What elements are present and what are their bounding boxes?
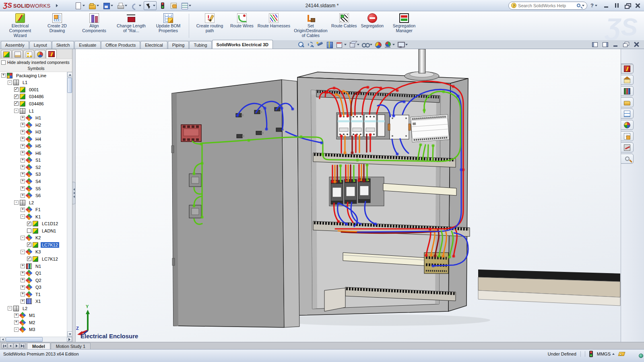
dropdown-icon[interactable] [392, 44, 395, 45]
rebuild-lights-button[interactable] [158, 1, 167, 10]
tree-item-s1[interactable]: + S1 [0, 157, 67, 164]
dropdown-icon[interactable] [125, 5, 127, 6]
tree-item-h3[interactable]: + H3 [0, 128, 67, 136]
tree-expander-icon[interactable]: - [14, 109, 19, 113]
tree-expander-icon[interactable]: - [8, 80, 12, 85]
set-origin-destination-of-cables-button[interactable]: Set Origin/Destination of Cables [292, 12, 329, 39]
panel-properties-tab[interactable] [12, 50, 23, 58]
align-components-button[interactable]: Align Components [76, 12, 113, 39]
tree-item-q1[interactable]: + Q1 [0, 269, 67, 277]
toolbar-overflow-button[interactable] [55, 2, 60, 10]
tree-expander-icon[interactable]: + [21, 278, 25, 282]
hide-inserted-checkbox[interactable] [1, 60, 6, 65]
tree-item-l2[interactable]: - L2 [0, 305, 67, 312]
tree-item-s5[interactable]: + S5 [0, 185, 67, 192]
new-document-button[interactable] [73, 1, 86, 10]
part-tools-button[interactable] [621, 142, 634, 152]
tree-expander-icon[interactable]: + [21, 299, 25, 304]
tree-item-s4[interactable]: + S4 [0, 178, 67, 185]
view-orientation-button[interactable] [336, 41, 347, 48]
next-study-button[interactable] [14, 343, 19, 349]
tree-item-n1[interactable]: + N1 [0, 263, 67, 270]
tree-expander-icon[interactable]: + [21, 271, 25, 276]
file-explorer-button[interactable] [621, 97, 634, 107]
tree-expander-icon[interactable]: + [21, 292, 25, 296]
tree-item-k1[interactable]: - K1 [0, 213, 67, 220]
dropdown-icon[interactable] [370, 44, 372, 45]
print-button[interactable] [116, 1, 128, 10]
route-harnesses-button[interactable]: Route Harnesses [256, 12, 292, 39]
last-study-button[interactable] [20, 343, 25, 349]
apply-scene-button[interactable] [384, 41, 395, 48]
viewport-3d[interactable]: Y Z Electrical Enclosure [76, 49, 621, 342]
tree-expander-icon[interactable]: + [1, 73, 6, 78]
tab-sketch[interactable]: Sketch [52, 41, 74, 49]
tree-expander-icon[interactable]: + [21, 137, 25, 141]
segregation-manager-button[interactable]: Segregation Manager [386, 12, 423, 39]
scrollbar-thumb[interactable] [67, 78, 72, 93]
segregation-button[interactable]: Segregation [359, 12, 386, 39]
tree-expander-icon[interactable]: - [8, 306, 12, 311]
tree-expander-icon[interactable]: + [21, 165, 25, 169]
tree-expander-icon[interactable]: + [21, 285, 25, 290]
electrical-enclosure[interactable] [273, 49, 490, 326]
dropdown-icon[interactable] [189, 5, 191, 6]
tag-icon[interactable] [618, 352, 625, 356]
undo-button[interactable] [130, 1, 142, 10]
tree-item-l2[interactable]: - L2 [0, 199, 67, 206]
search-input[interactable] [518, 3, 575, 8]
panel-collapse-handle[interactable] [72, 182, 76, 204]
tab-evaluate[interactable]: Evaluate [74, 41, 101, 49]
panel-symbols-tab[interactable] [1, 50, 12, 58]
tree-checkbox[interactable] [27, 228, 31, 233]
tree-checkbox[interactable] [27, 257, 31, 261]
tree-expander-icon[interactable]: + [14, 313, 19, 318]
tree-expander-icon[interactable]: - [21, 250, 25, 254]
tree-item-h1[interactable]: + H1 [0, 114, 67, 121]
tree-expander-icon[interactable]: + [21, 144, 25, 148]
tab-piping[interactable]: Piping [168, 41, 189, 49]
tree-item-f1[interactable]: + F1 [0, 206, 67, 213]
dropdown-icon[interactable] [97, 5, 99, 6]
doc-close-button[interactable] [633, 41, 640, 47]
properties-button[interactable] [169, 1, 178, 10]
update-bom-properties-button[interactable]: Update BOM Properties [150, 12, 187, 39]
tree-expander-icon[interactable]: - [21, 236, 25, 240]
tree-item-s2[interactable]: + S2 [0, 164, 67, 171]
view-palette-button[interactable] [621, 109, 634, 119]
hscrollbar-thumb[interactable] [6, 337, 43, 342]
doc-pane-right-button[interactable] [602, 41, 609, 47]
enclosure-door[interactable] [171, 80, 299, 327]
tab-electrical[interactable]: Electrical [140, 41, 167, 49]
tree-checkbox[interactable] [14, 87, 19, 92]
tree-expander-icon[interactable]: + [21, 130, 25, 134]
open-button[interactable] [87, 1, 100, 10]
tab-motion-study-1[interactable]: Motion Study 1 [51, 343, 91, 349]
doc-minimize-button[interactable] [612, 41, 619, 47]
search-icon[interactable] [577, 4, 580, 7]
tree-item-k2[interactable]: - K2 [0, 234, 67, 242]
create-2d-drawing-button[interactable]: Create 2D Drawing [39, 12, 76, 39]
tree-expander-icon[interactable]: + [21, 151, 25, 155]
search-tools-button[interactable] [621, 154, 634, 164]
electrical-component-wizard-button[interactable]: Electrical Component Wizard [2, 12, 39, 39]
dropdown-icon[interactable] [153, 5, 155, 6]
tree-horizontal-scrollbar[interactable] [0, 337, 72, 342]
previous-view-button[interactable] [316, 41, 324, 48]
panes-button[interactable] [613, 3, 620, 8]
tree-expander-icon[interactable]: + [21, 116, 25, 120]
change-length-of-rai-button[interactable]: Change Length of "Rai... [113, 12, 150, 39]
hscrollbar-track[interactable] [43, 337, 67, 342]
tree-item-k3[interactable]: - K3 [0, 249, 67, 256]
dropdown-icon[interactable] [344, 44, 347, 45]
tree-expander-icon[interactable]: + [21, 123, 25, 127]
create-routing-path-button[interactable]: Create routing path [191, 12, 228, 39]
tree-item-t1[interactable]: + T1 [0, 291, 67, 298]
scene-3d[interactable]: Y Z Electrical Enclosure [76, 49, 621, 342]
tree-item-s6[interactable]: + S6 [0, 192, 67, 199]
tab-layout[interactable]: Layout [29, 41, 52, 49]
zoom-fit-button[interactable] [297, 41, 305, 48]
close-button[interactable] [634, 3, 641, 8]
tree-item-x1[interactable]: + X1 [0, 298, 67, 305]
cascade-button[interactable] [624, 3, 630, 8]
